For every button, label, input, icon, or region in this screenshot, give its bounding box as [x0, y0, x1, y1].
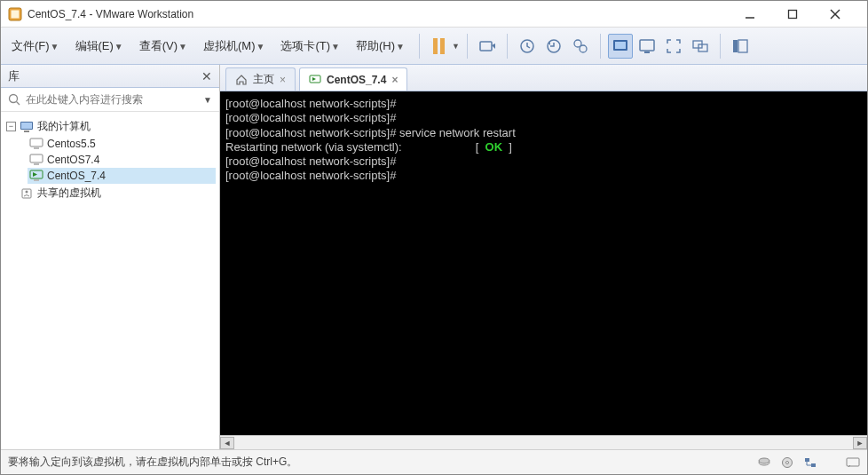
window-title: CentOS_7.4 - VMware Workstation [28, 8, 739, 20]
separator [467, 34, 468, 59]
statusbar: 要将输入定向到该虚拟机，请在虚拟机内部单击或按 Ctrl+G。 [1, 449, 867, 474]
computer-icon [20, 121, 34, 133]
svg-rect-30 [34, 179, 39, 181]
revert-snapshot-icon[interactable] [541, 34, 566, 59]
message-icon[interactable] [846, 456, 860, 469]
content-area: 主页 × CentOS_7.4 × [root@localhost networ… [220, 65, 867, 449]
tab-label: CentOS_7.4 [327, 74, 386, 86]
svg-point-38 [786, 461, 789, 463]
tree-label: Centos5.5 [47, 138, 96, 150]
svg-point-32 [26, 190, 28, 193]
tree-node-mycomputer[interactable]: − 我的计算机 [4, 117, 216, 136]
maximize-button[interactable] [782, 4, 803, 25]
stretch-guest-icon[interactable] [635, 34, 659, 59]
close-button[interactable] [825, 4, 846, 25]
tree-label: 共享的虚拟机 [37, 186, 101, 201]
unity-icon[interactable] [688, 34, 713, 59]
separator [600, 34, 601, 59]
tree-node-shared[interactable]: 共享的虚拟机 [4, 184, 216, 202]
tab-close-icon[interactable]: × [391, 74, 398, 86]
pause-button[interactable] [427, 34, 452, 59]
tree-label: 我的计算机 [37, 119, 91, 134]
tree-node-vm[interactable]: CentOS7.4 [28, 152, 216, 168]
svg-rect-18 [738, 40, 747, 52]
svg-rect-12 [615, 42, 626, 49]
scroll-left-icon[interactable]: ◄ [220, 437, 234, 449]
svg-rect-1 [12, 10, 20, 18]
snapshot-icon[interactable] [515, 34, 540, 59]
svg-rect-41 [847, 458, 859, 466]
disk-icon[interactable] [757, 456, 771, 469]
separator [720, 34, 721, 59]
vm-icon [29, 138, 43, 150]
svg-rect-17 [733, 40, 738, 52]
separator [507, 34, 508, 59]
sidebar: 库 ✕ ▼ − 我的计算机 Centos5.5 CentOS7.4 [1, 65, 220, 449]
vm-tree: − 我的计算机 Centos5.5 CentOS7.4 CentOS_7.4 [1, 112, 219, 208]
menu-file[interactable]: 文件(F)▼ [4, 35, 67, 58]
svg-rect-13 [640, 40, 654, 51]
vm-tab-icon [309, 74, 321, 86]
terminal[interactable]: [root@localhost network-scripts]# [root@… [220, 91, 867, 435]
svg-point-10 [580, 45, 587, 52]
svg-rect-39 [805, 458, 809, 462]
svg-marker-29 [33, 172, 37, 177]
svg-rect-6 [480, 42, 492, 51]
network-icon[interactable] [803, 456, 817, 469]
menu-help[interactable]: 帮助(H)▼ [349, 35, 412, 58]
expander-icon[interactable]: − [6, 122, 16, 131]
sidebar-title: 库 [8, 68, 20, 84]
svg-line-20 [17, 102, 20, 106]
tab-home[interactable]: 主页 × [225, 67, 296, 91]
search-input[interactable] [26, 93, 198, 106]
shared-icon [20, 187, 34, 200]
app-icon [8, 7, 22, 21]
tree-node-vm-active[interactable]: CentOS_7.4 [28, 168, 216, 184]
svg-rect-26 [30, 154, 43, 162]
svg-rect-3 [789, 10, 797, 18]
window-controls [739, 4, 860, 25]
menu-view[interactable]: 查看(V)▼ [132, 35, 194, 58]
svg-point-19 [10, 95, 18, 103]
svg-rect-22 [21, 123, 32, 129]
svg-point-36 [759, 458, 769, 463]
menu-tabs[interactable]: 选项卡(T)▼ [273, 35, 347, 58]
toolbar: 文件(F)▼ 编辑(E)▼ 查看(V)▼ 虚拟机(M)▼ 选项卡(T)▼ 帮助(… [1, 28, 867, 65]
fullscreen-icon[interactable] [661, 34, 686, 59]
menu-edit[interactable]: 编辑(E)▼ [68, 35, 130, 58]
svg-rect-23 [24, 131, 29, 132]
sidebar-header: 库 ✕ [1, 65, 219, 88]
tab-label: 主页 [253, 72, 274, 87]
home-icon [235, 74, 248, 86]
tab-vm[interactable]: CentOS_7.4 × [299, 67, 407, 91]
svg-rect-40 [811, 463, 816, 467]
svg-rect-24 [30, 139, 43, 146]
sidebar-search: ▼ [1, 88, 219, 112]
horizontal-scrollbar[interactable]: ◄ ► [220, 435, 867, 449]
search-dropdown-icon[interactable]: ▼ [203, 95, 212, 105]
tab-close-icon[interactable]: × [280, 74, 286, 86]
tree-label: CentOS7.4 [47, 154, 99, 166]
sidebar-close-icon[interactable]: ✕ [201, 69, 212, 83]
tree-label: CentOS_7.4 [47, 170, 106, 182]
separator [419, 34, 420, 59]
scroll-right-icon[interactable]: ► [853, 437, 867, 449]
vm-running-icon [29, 170, 43, 182]
snapshot-send-icon[interactable] [475, 34, 500, 59]
cd-icon[interactable] [780, 456, 794, 469]
console-view-icon[interactable] [608, 34, 633, 59]
library-toggle-icon[interactable] [728, 34, 753, 59]
main-area: 库 ✕ ▼ − 我的计算机 Centos5.5 CentOS7.4 [1, 65, 867, 449]
status-text: 要将输入定向到该虚拟机，请在虚拟机内部单击或按 Ctrl+G。 [8, 455, 297, 470]
menu-vm[interactable]: 虚拟机(M)▼ [196, 35, 272, 58]
manage-snapshot-icon[interactable] [568, 34, 593, 59]
search-icon [8, 93, 20, 106]
svg-rect-14 [644, 51, 650, 53]
svg-rect-25 [34, 147, 39, 149]
svg-marker-34 [312, 77, 316, 81]
tree-node-vm[interactable]: Centos5.5 [28, 136, 216, 152]
svg-rect-27 [34, 163, 39, 165]
tab-bar: 主页 × CentOS_7.4 × [220, 65, 867, 91]
vm-icon [29, 154, 43, 166]
minimize-button[interactable] [739, 4, 761, 25]
